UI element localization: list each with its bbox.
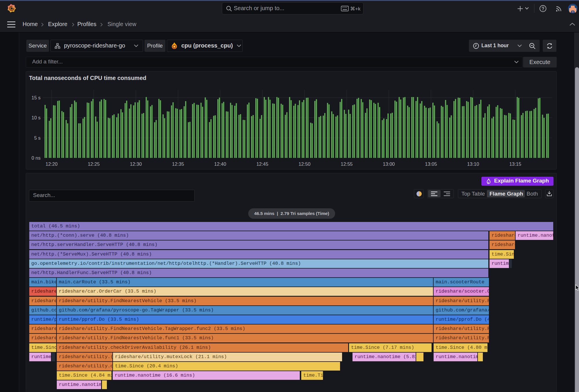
svg-text:12:20: 12:20 [45, 161, 57, 167]
svg-text:12:25: 12:25 [88, 161, 100, 167]
svg-text:13:05: 13:05 [425, 161, 437, 167]
svg-text:13:15: 13:15 [509, 161, 521, 167]
svg-text:13:10: 13:10 [467, 161, 479, 167]
svg-text:12:40: 12:40 [214, 161, 226, 167]
svg-text:12:30: 12:30 [130, 161, 142, 167]
svg-text:12:45: 12:45 [256, 161, 268, 167]
svg-text:12:35: 12:35 [172, 161, 184, 167]
svg-text:13:00: 13:00 [383, 161, 395, 167]
svg-text:12:55: 12:55 [341, 161, 352, 167]
svg-text:12:50: 12:50 [299, 161, 310, 167]
